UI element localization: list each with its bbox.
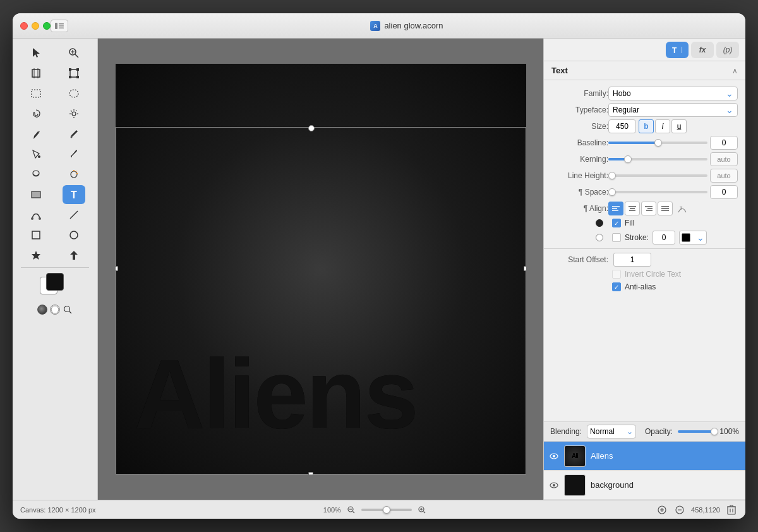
space-slider[interactable] xyxy=(608,191,707,193)
align-right-button[interactable] xyxy=(641,202,656,215)
invert-circle-checkbox[interactable] xyxy=(612,270,621,279)
eyedropper-tool[interactable] xyxy=(63,145,85,164)
zoom-slider[interactable] xyxy=(361,509,412,511)
layer-options-button[interactable] xyxy=(673,504,686,516)
crop-tool[interactable] xyxy=(25,64,47,83)
zoom-in-button[interactable] xyxy=(416,504,428,516)
space-value[interactable]: 0 xyxy=(710,185,738,199)
italic-button[interactable]: i xyxy=(655,119,670,133)
baseline-slider[interactable] xyxy=(608,142,707,144)
p-tab-button[interactable]: (p) xyxy=(716,42,739,58)
align-left-button[interactable] xyxy=(608,202,623,215)
sidebar-toggle[interactable] xyxy=(51,20,68,32)
panel-content: Family: Hobo ⌄ Typeface: Regular ⌄ xyxy=(544,80,745,421)
typeface-select[interactable]: Regular ⌄ xyxy=(608,103,738,117)
selection-handle-right[interactable] xyxy=(524,266,526,271)
blending-mode-select[interactable]: Normal ⌄ xyxy=(587,425,636,438)
opacity-slider[interactable] xyxy=(678,430,714,433)
svg-point-36 xyxy=(31,217,33,220)
color-picker-icon[interactable] xyxy=(37,305,47,315)
text-on-path-button[interactable]: T xyxy=(675,202,689,215)
canvas[interactable]: Aliens xyxy=(116,64,526,475)
family-value: Hobo xyxy=(613,89,631,98)
zoom-tool[interactable] xyxy=(63,44,85,63)
vector-rect-tool[interactable] xyxy=(25,226,47,245)
magic-wand-tool[interactable] xyxy=(63,104,85,123)
kerning-slider[interactable] xyxy=(608,158,707,160)
svg-point-61 xyxy=(553,455,555,457)
ellipse-select-tool[interactable] xyxy=(63,84,85,103)
kerning-value[interactable]: auto xyxy=(710,152,738,166)
arrow-shape-tool[interactable] xyxy=(63,246,85,265)
smudge-tool[interactable] xyxy=(25,165,47,184)
space-thumb[interactable] xyxy=(608,188,616,196)
stroke-radio[interactable] xyxy=(596,234,603,241)
brush-tool[interactable] xyxy=(63,124,85,143)
stroke-checkbox[interactable] xyxy=(612,233,621,242)
stroke-color-dropdown[interactable]: ⌄ xyxy=(679,231,707,245)
bezier-tool[interactable] xyxy=(25,205,47,224)
bold-button[interactable]: b xyxy=(639,119,654,133)
layer-background[interactable]: background xyxy=(544,471,745,500)
zoom-out-button[interactable] xyxy=(345,504,358,516)
svg-marker-42 xyxy=(70,251,78,260)
paint-bucket-tool[interactable] xyxy=(25,145,47,164)
svg-line-24 xyxy=(71,111,72,112)
selection-handle-top[interactable] xyxy=(308,125,315,131)
delete-layer-button[interactable] xyxy=(725,504,738,516)
vector-ellipse-tool[interactable] xyxy=(63,226,85,245)
line-tool[interactable] xyxy=(63,205,85,224)
start-offset-row: Start Offset: 1 xyxy=(544,251,745,268)
dodge-burn-tool[interactable] xyxy=(63,165,85,184)
text-tab-button[interactable]: T | xyxy=(666,42,689,58)
anti-alias-checkbox[interactable]: ✓ xyxy=(612,282,621,291)
svg-rect-1 xyxy=(59,23,64,25)
start-offset-input[interactable]: 1 xyxy=(613,253,651,267)
close-button[interactable] xyxy=(20,22,28,30)
family-select[interactable]: Hobo ⌄ xyxy=(608,87,738,100)
lasso-tool[interactable] xyxy=(25,104,47,123)
stroke-input[interactable]: 0 xyxy=(653,231,675,245)
kerning-thumb[interactable] xyxy=(624,155,632,163)
zoom-slider-thumb[interactable] xyxy=(383,506,390,514)
baseline-value[interactable]: 0 xyxy=(710,136,738,150)
layer-background-eye[interactable] xyxy=(549,480,559,490)
opacity-label: Opacity: xyxy=(645,427,673,436)
foreground-color-swatch[interactable] xyxy=(46,273,64,291)
opacity-thumb[interactable] xyxy=(711,428,718,435)
text-tool[interactable]: T xyxy=(63,185,85,204)
fill-checkbox[interactable]: ✓ xyxy=(612,219,621,227)
maximize-button[interactable] xyxy=(43,22,51,30)
shape-rect-tool[interactable] xyxy=(25,185,47,204)
layer-aliens-eye[interactable] xyxy=(549,451,559,461)
text-section-chevron[interactable]: ∧ xyxy=(732,66,738,75)
transform-tool[interactable] xyxy=(63,64,85,83)
stroke-row: Stroke: 0 ⌄ xyxy=(544,229,745,246)
baseline-thumb[interactable] xyxy=(654,139,662,147)
star-tool[interactable] xyxy=(25,246,47,265)
fill-radio[interactable] xyxy=(596,219,603,227)
blending-label: Blending: xyxy=(550,427,582,436)
rect-select-tool[interactable] xyxy=(25,84,47,103)
selection-handle-bottom[interactable] xyxy=(308,472,313,475)
line-height-thumb[interactable] xyxy=(608,172,616,179)
align-justify-button[interactable] xyxy=(658,202,673,215)
minimize-button[interactable] xyxy=(32,22,39,30)
baseline-control: 0 xyxy=(608,136,738,150)
underline-button[interactable]: u xyxy=(671,119,687,133)
svg-point-37 xyxy=(39,217,41,220)
size-input[interactable]: 450 xyxy=(608,119,636,133)
line-height-slider[interactable] xyxy=(608,174,707,177)
add-layer-button[interactable] xyxy=(656,504,668,516)
align-center-button[interactable] xyxy=(625,202,640,215)
fill-label: Fill xyxy=(625,219,634,227)
opacity-value: 100% xyxy=(719,427,739,436)
invert-circle-label: Invert Circle Text xyxy=(625,270,681,279)
arrow-tool[interactable] xyxy=(25,44,47,63)
swap-colors-icon[interactable] xyxy=(50,305,60,315)
line-height-value[interactable]: auto xyxy=(710,169,738,183)
selection-handle-left[interactable] xyxy=(116,266,118,271)
pen-tool[interactable] xyxy=(25,124,47,143)
layer-aliens[interactable]: Ali Aliens xyxy=(544,442,745,471)
fx-tab-button[interactable]: fx xyxy=(691,42,714,58)
